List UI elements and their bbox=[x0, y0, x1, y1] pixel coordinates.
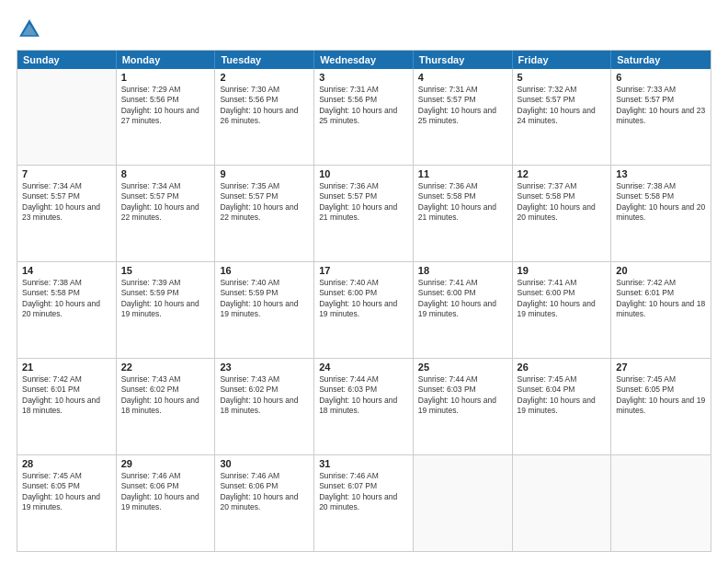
calendar-cell: 14Sunrise: 7:38 AM Sunset: 5:58 PM Dayli… bbox=[17, 262, 117, 358]
day-number: 2 bbox=[220, 72, 309, 83]
day-number: 24 bbox=[319, 362, 408, 373]
cell-info: Sunrise: 7:46 AM Sunset: 6:07 PM Dayligh… bbox=[319, 471, 408, 513]
calendar-cell: 30Sunrise: 7:46 AM Sunset: 6:06 PM Dayli… bbox=[215, 455, 314, 551]
calendar: SundayMondayTuesdayWednesdayThursdayFrid… bbox=[17, 50, 711, 552]
calendar-cell bbox=[414, 455, 513, 551]
day-number: 27 bbox=[616, 362, 706, 373]
calendar-cell: 16Sunrise: 7:40 AM Sunset: 5:59 PM Dayli… bbox=[215, 262, 314, 358]
day-number: 8 bbox=[121, 168, 210, 179]
day-number: 6 bbox=[616, 72, 706, 83]
calendar-header-day: Friday bbox=[513, 51, 612, 69]
calendar-cell: 5Sunrise: 7:32 AM Sunset: 5:57 PM Daylig… bbox=[513, 69, 612, 165]
calendar-header-day: Wednesday bbox=[314, 51, 414, 69]
calendar-header-day: Monday bbox=[117, 51, 216, 69]
calendar-page: SundayMondayTuesdayWednesdayThursdayFrid… bbox=[0, 0, 728, 563]
day-number: 11 bbox=[418, 168, 507, 179]
day-number: 10 bbox=[319, 168, 408, 179]
calendar-cell: 9Sunrise: 7:35 AM Sunset: 5:57 PM Daylig… bbox=[215, 166, 314, 261]
calendar-cell: 11Sunrise: 7:36 AM Sunset: 5:58 PM Dayli… bbox=[414, 166, 513, 261]
cell-info: Sunrise: 7:42 AM Sunset: 6:01 PM Dayligh… bbox=[616, 278, 706, 320]
cell-info: Sunrise: 7:46 AM Sunset: 6:06 PM Dayligh… bbox=[220, 471, 309, 513]
cell-info: Sunrise: 7:31 AM Sunset: 5:56 PM Dayligh… bbox=[319, 85, 408, 127]
cell-info: Sunrise: 7:45 AM Sunset: 6:05 PM Dayligh… bbox=[22, 471, 111, 513]
cell-info: Sunrise: 7:45 AM Sunset: 6:05 PM Dayligh… bbox=[616, 374, 706, 417]
calendar-cell: 25Sunrise: 7:44 AM Sunset: 6:03 PM Dayli… bbox=[414, 359, 513, 454]
calendar-cell: 1Sunrise: 7:29 AM Sunset: 5:56 PM Daylig… bbox=[117, 69, 216, 165]
cell-info: Sunrise: 7:40 AM Sunset: 5:59 PM Dayligh… bbox=[220, 278, 309, 320]
cell-info: Sunrise: 7:41 AM Sunset: 6:00 PM Dayligh… bbox=[518, 278, 607, 320]
calendar-cell: 6Sunrise: 7:33 AM Sunset: 5:57 PM Daylig… bbox=[611, 69, 711, 165]
day-number: 21 bbox=[22, 362, 111, 373]
cell-info: Sunrise: 7:43 AM Sunset: 6:02 PM Dayligh… bbox=[121, 374, 210, 417]
day-number: 13 bbox=[616, 168, 706, 179]
calendar-cell bbox=[611, 455, 711, 551]
cell-info: Sunrise: 7:38 AM Sunset: 5:58 PM Dayligh… bbox=[616, 181, 706, 224]
calendar-row: 21Sunrise: 7:42 AM Sunset: 6:01 PM Dayli… bbox=[17, 358, 711, 454]
day-number: 17 bbox=[319, 265, 408, 276]
calendar-header-day: Tuesday bbox=[215, 51, 314, 69]
calendar-row: 1Sunrise: 7:29 AM Sunset: 5:56 PM Daylig… bbox=[17, 69, 711, 165]
day-number: 31 bbox=[319, 458, 408, 469]
calendar-cell: 24Sunrise: 7:44 AM Sunset: 6:03 PM Dayli… bbox=[314, 359, 414, 454]
calendar-cell: 19Sunrise: 7:41 AM Sunset: 6:00 PM Dayli… bbox=[513, 262, 612, 358]
logo-icon bbox=[17, 17, 42, 42]
day-number: 7 bbox=[22, 168, 111, 179]
calendar-cell: 22Sunrise: 7:43 AM Sunset: 6:02 PM Dayli… bbox=[117, 359, 216, 454]
day-number: 28 bbox=[22, 458, 111, 469]
calendar-cell: 17Sunrise: 7:40 AM Sunset: 6:00 PM Dayli… bbox=[314, 262, 414, 358]
calendar-header: SundayMondayTuesdayWednesdayThursdayFrid… bbox=[17, 51, 711, 69]
day-number: 12 bbox=[518, 168, 607, 179]
calendar-cell: 29Sunrise: 7:46 AM Sunset: 6:06 PM Dayli… bbox=[117, 455, 216, 551]
cell-info: Sunrise: 7:34 AM Sunset: 5:57 PM Dayligh… bbox=[22, 181, 111, 224]
day-number: 9 bbox=[220, 168, 309, 179]
calendar-cell: 7Sunrise: 7:34 AM Sunset: 5:57 PM Daylig… bbox=[17, 166, 117, 261]
calendar-cell: 8Sunrise: 7:34 AM Sunset: 5:57 PM Daylig… bbox=[117, 166, 216, 261]
calendar-cell: 26Sunrise: 7:45 AM Sunset: 6:04 PM Dayli… bbox=[513, 359, 612, 454]
cell-info: Sunrise: 7:37 AM Sunset: 5:58 PM Dayligh… bbox=[518, 181, 607, 224]
day-number: 26 bbox=[518, 362, 607, 373]
cell-info: Sunrise: 7:36 AM Sunset: 5:58 PM Dayligh… bbox=[418, 181, 507, 224]
page-header bbox=[17, 17, 711, 42]
cell-info: Sunrise: 7:40 AM Sunset: 6:00 PM Dayligh… bbox=[319, 278, 408, 320]
calendar-cell: 28Sunrise: 7:45 AM Sunset: 6:05 PM Dayli… bbox=[17, 455, 117, 551]
calendar-cell: 21Sunrise: 7:42 AM Sunset: 6:01 PM Dayli… bbox=[17, 359, 117, 454]
day-number: 29 bbox=[121, 458, 210, 469]
cell-info: Sunrise: 7:30 AM Sunset: 5:56 PM Dayligh… bbox=[220, 85, 309, 127]
day-number: 16 bbox=[220, 265, 309, 276]
calendar-cell: 15Sunrise: 7:39 AM Sunset: 5:59 PM Dayli… bbox=[117, 262, 216, 358]
calendar-header-day: Thursday bbox=[414, 51, 513, 69]
day-number: 14 bbox=[22, 265, 111, 276]
cell-info: Sunrise: 7:38 AM Sunset: 5:58 PM Dayligh… bbox=[22, 278, 111, 320]
cell-info: Sunrise: 7:34 AM Sunset: 5:57 PM Dayligh… bbox=[121, 181, 210, 224]
calendar-header-day: Sunday bbox=[17, 51, 117, 69]
calendar-cell bbox=[513, 455, 612, 551]
day-number: 30 bbox=[220, 458, 309, 469]
day-number: 19 bbox=[518, 265, 607, 276]
calendar-row: 14Sunrise: 7:38 AM Sunset: 5:58 PM Dayli… bbox=[17, 261, 711, 358]
calendar-cell: 12Sunrise: 7:37 AM Sunset: 5:58 PM Dayli… bbox=[513, 166, 612, 261]
cell-info: Sunrise: 7:31 AM Sunset: 5:57 PM Dayligh… bbox=[418, 85, 507, 127]
calendar-row: 7Sunrise: 7:34 AM Sunset: 5:57 PM Daylig… bbox=[17, 165, 711, 261]
calendar-header-day: Saturday bbox=[611, 51, 711, 69]
calendar-cell: 2Sunrise: 7:30 AM Sunset: 5:56 PM Daylig… bbox=[215, 69, 314, 165]
day-number: 20 bbox=[616, 265, 706, 276]
day-number: 22 bbox=[121, 362, 210, 373]
day-number: 18 bbox=[418, 265, 507, 276]
calendar-cell: 10Sunrise: 7:36 AM Sunset: 5:57 PM Dayli… bbox=[314, 166, 414, 261]
day-number: 23 bbox=[220, 362, 309, 373]
calendar-row: 28Sunrise: 7:45 AM Sunset: 6:05 PM Dayli… bbox=[17, 454, 711, 551]
cell-info: Sunrise: 7:39 AM Sunset: 5:59 PM Dayligh… bbox=[121, 278, 210, 320]
cell-info: Sunrise: 7:33 AM Sunset: 5:57 PM Dayligh… bbox=[616, 85, 706, 127]
cell-info: Sunrise: 7:44 AM Sunset: 6:03 PM Dayligh… bbox=[418, 374, 507, 417]
calendar-cell: 31Sunrise: 7:46 AM Sunset: 6:07 PM Dayli… bbox=[314, 455, 414, 551]
cell-info: Sunrise: 7:43 AM Sunset: 6:02 PM Dayligh… bbox=[220, 374, 309, 417]
calendar-cell: 23Sunrise: 7:43 AM Sunset: 6:02 PM Dayli… bbox=[215, 359, 314, 454]
day-number: 1 bbox=[121, 72, 210, 83]
cell-info: Sunrise: 7:42 AM Sunset: 6:01 PM Dayligh… bbox=[22, 374, 111, 417]
day-number: 4 bbox=[418, 72, 507, 83]
calendar-cell: 3Sunrise: 7:31 AM Sunset: 5:56 PM Daylig… bbox=[314, 69, 414, 165]
calendar-cell: 18Sunrise: 7:41 AM Sunset: 6:00 PM Dayli… bbox=[414, 262, 513, 358]
cell-info: Sunrise: 7:29 AM Sunset: 5:56 PM Dayligh… bbox=[121, 85, 210, 127]
cell-info: Sunrise: 7:32 AM Sunset: 5:57 PM Dayligh… bbox=[518, 85, 607, 127]
cell-info: Sunrise: 7:45 AM Sunset: 6:04 PM Dayligh… bbox=[518, 374, 607, 417]
